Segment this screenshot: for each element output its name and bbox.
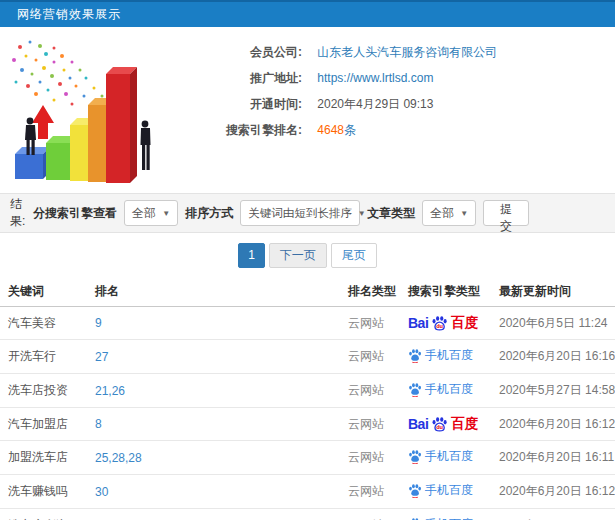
update-time-cell: 2020年6月18日 14:27 — [491, 509, 615, 520]
rank-unit: 条 — [344, 123, 356, 137]
mobile-baidu-label: 手机百度 — [425, 448, 473, 465]
table-row: 汽车美容 9 云网站 Bai du 百度 2020年6月5日 11:24 — [0, 307, 615, 340]
businessman-right — [141, 121, 151, 170]
article-type-label: 文章类型 — [367, 205, 415, 222]
pagination: 1 下一页 尾页 — [0, 233, 615, 277]
member-company-link[interactable]: 山东老人头汽车服务咨询有限公司 — [317, 45, 497, 59]
col-header-keyword: 关键词 — [0, 277, 87, 307]
member-company-label: 会员公司: — [192, 39, 302, 65]
table-row: 开洗车行 27 云网站 手机百度 2020年6月20日 16:16 — [0, 340, 615, 374]
rank-type-cell: 云网站 — [340, 509, 400, 520]
promo-url-label: 推广地址: — [192, 65, 302, 91]
table-row: 洗车店投资 21,26 云网站 手机百度 2020年5月27日 14:58 — [0, 374, 615, 408]
mobile-baidu-badge: 手机百度 — [408, 381, 473, 398]
mobile-baidu-badge: 手机百度 — [408, 347, 473, 364]
rank-type-cell: 云网站 — [340, 374, 400, 408]
mobile-baidu-paw-icon — [408, 382, 422, 397]
engine-cell: Bai du 百度 — [400, 408, 491, 441]
rank-link[interactable]: 30 — [87, 509, 340, 520]
mobile-baidu-paw-icon — [408, 483, 422, 498]
page: 网络营销效果展示 — [0, 0, 615, 520]
opened-time-value: 2020年4月29日 09:13 — [317, 97, 433, 111]
results-table: 关键词 排名 排名类型 搜索引擎类型 最新更新时间 汽车美容 9 云网站 Bai… — [0, 277, 615, 520]
mobile-baidu-paw-icon — [408, 348, 422, 363]
table-row: 汽车加盟店 8 云网站 Bai du 百度 2020年6月20日 16:12 — [0, 408, 615, 441]
engine-cell: 手机百度 — [400, 441, 491, 475]
table-row: 加盟洗车店 25,28,28 云网站 手机百度 2020年6月20日 16:11 — [0, 441, 615, 475]
mobile-baidu-label: 手机百度 — [425, 482, 473, 499]
col-header-rank: 排名 — [87, 277, 340, 307]
rank-type-cell: 云网站 — [340, 340, 400, 374]
baidu-logo-text-cn: 百度 — [451, 415, 478, 433]
last-page-button[interactable]: 尾页 — [331, 243, 377, 268]
bar-red — [106, 67, 137, 183]
engine-rank-row: 搜索引擎排名: 4648条 — [192, 117, 615, 143]
member-company-row: 会员公司: 山东老人头汽车服务咨询有限公司 — [192, 39, 615, 65]
article-type-select[interactable]: 全部 ▼ — [422, 200, 476, 226]
promo-url-link[interactable]: https://www.lrtlsd.com — [317, 71, 433, 85]
table-row: 洗车店利润 30 云网站 手机百度 2020年6月18日 14:27 — [0, 509, 615, 520]
update-time-cell: 2020年6月20日 16:11 — [491, 441, 615, 475]
sort-select[interactable]: 关键词由短到长排序 ▼ — [240, 200, 360, 226]
opened-time-label: 开通时间: — [192, 91, 302, 117]
mobile-baidu-label: 手机百度 — [425, 381, 473, 398]
rank-type-cell: 云网站 — [340, 408, 400, 441]
engine-filter-select[interactable]: 全部 ▼ — [124, 200, 178, 226]
table-row: 洗车赚钱吗 30 云网站 手机百度 2020年6月20日 16:12 — [0, 475, 615, 509]
keyword-cell: 洗车店利润 — [0, 509, 87, 520]
title-bar: 网络营销效果展示 — [0, 0, 615, 27]
baidu-logo: Bai du 百度 — [408, 314, 478, 332]
promo-url-row: 推广地址: https://www.lrtlsd.com — [192, 65, 615, 91]
mobile-baidu-badge: 手机百度 — [408, 482, 473, 499]
rank-link[interactable]: 9 — [87, 307, 340, 340]
table-header-row: 关键词 排名 排名类型 搜索引擎类型 最新更新时间 — [0, 277, 615, 307]
baidu-paw-icon: du — [431, 315, 448, 331]
next-page-button[interactable]: 下一页 — [269, 243, 327, 268]
col-header-rank-type: 排名类型 — [340, 277, 400, 307]
rank-link[interactable]: 30 — [87, 475, 340, 509]
engine-rank-value[interactable]: 4648条 — [317, 123, 356, 137]
keyword-cell: 开洗车行 — [0, 340, 87, 374]
chevron-down-icon: ▼ — [162, 209, 170, 218]
engine-cell: 手机百度 — [400, 475, 491, 509]
keyword-cell: 加盟洗车店 — [0, 441, 87, 475]
baidu-paw-icon: du — [431, 416, 448, 432]
submit-button[interactable]: 提交 — [483, 200, 529, 226]
mobile-baidu-badge: 手机百度 — [408, 516, 473, 520]
engine-cell: 手机百度 — [400, 509, 491, 520]
engine-cell: 手机百度 — [400, 340, 491, 374]
col-header-updated: 最新更新时间 — [491, 277, 615, 307]
svg-text:du: du — [436, 424, 443, 430]
keyword-cell: 洗车店投资 — [0, 374, 87, 408]
sort-label: 排序方式 — [185, 205, 233, 222]
mobile-baidu-paw-icon — [408, 449, 422, 464]
keyword-cell: 汽车美容 — [0, 307, 87, 340]
rank-link[interactable]: 8 — [87, 408, 340, 441]
rank-link[interactable]: 21,26 — [87, 374, 340, 408]
rank-type-cell: 云网站 — [340, 441, 400, 475]
keyword-cell: 汽车加盟店 — [0, 408, 87, 441]
baidu-logo: Bai du 百度 — [408, 415, 478, 433]
company-info: 会员公司: 山东老人头汽车服务咨询有限公司 推广地址: https://www.… — [192, 27, 615, 193]
update-time-cell: 2020年5月27日 14:58 — [491, 374, 615, 408]
article-type-value: 全部 — [430, 205, 454, 222]
rank-type-cell: 云网站 — [340, 475, 400, 509]
mobile-baidu-label: 手机百度 — [425, 516, 473, 520]
filter-bar: 结果: 分搜索引擎查看 全部 ▼ 排序方式 关键词由短到长排序 ▼ 文章类型 全… — [0, 193, 615, 233]
update-time-cell: 2020年6月20日 16:12 — [491, 475, 615, 509]
chevron-down-icon: ▼ — [460, 209, 468, 218]
page-button-current[interactable]: 1 — [238, 243, 265, 268]
rank-link[interactable]: 27 — [87, 340, 340, 374]
mobile-baidu-label: 手机百度 — [425, 347, 473, 364]
svg-text:du: du — [436, 323, 443, 329]
info-section: 会员公司: 山东老人头汽车服务咨询有限公司 推广地址: https://www.… — [0, 27, 615, 193]
rank-count: 4648 — [317, 123, 344, 137]
result-label: 结果: — [10, 196, 33, 230]
rank-link[interactable]: 25,28,28 — [87, 441, 340, 475]
update-time-cell: 2020年6月20日 16:12 — [491, 408, 615, 441]
baidu-logo-text-bai: Bai — [408, 315, 428, 331]
engine-filter-label: 分搜索引擎查看 — [33, 205, 117, 222]
baidu-logo-text-bai: Bai — [408, 416, 428, 432]
update-time-cell: 2020年6月5日 11:24 — [491, 307, 615, 340]
opened-time-row: 开通时间: 2020年4月29日 09:13 — [192, 91, 615, 117]
